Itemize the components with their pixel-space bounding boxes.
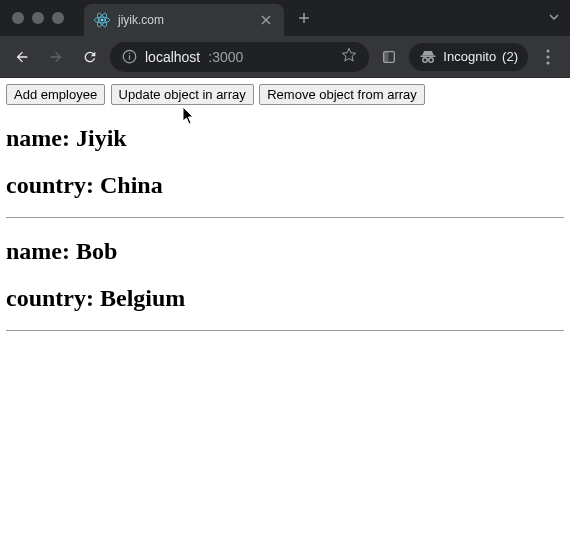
svg-rect-6 [129, 53, 130, 54]
incognito-indicator[interactable]: Incognito (2) [409, 43, 528, 71]
incognito-icon [419, 48, 437, 66]
svg-point-0 [101, 19, 104, 22]
employee-country: country: Belgium [6, 285, 564, 312]
site-info-icon[interactable] [122, 49, 137, 64]
url-port: :3000 [208, 49, 243, 65]
employee-name: name: Bob [6, 238, 564, 265]
window-maximize[interactable] [52, 12, 64, 24]
svg-rect-9 [421, 55, 436, 57]
reload-button[interactable] [76, 43, 104, 71]
add-employee-button[interactable]: Add employee [6, 84, 105, 105]
bookmark-star-icon[interactable] [341, 47, 357, 66]
browser-menu-icon[interactable] [534, 43, 562, 71]
svg-rect-8 [384, 51, 389, 62]
window-minimize[interactable] [32, 12, 44, 24]
mouse-cursor-icon [182, 106, 196, 126]
incognito-count: (2) [502, 49, 518, 64]
svg-point-14 [546, 61, 549, 64]
react-favicon-icon [94, 12, 110, 28]
svg-point-10 [423, 57, 428, 62]
svg-point-13 [546, 55, 549, 58]
employee-block: name: Jiyikcountry: China [6, 125, 564, 218]
incognito-label: Incognito [443, 49, 496, 64]
tab-strip: jiyik.com [0, 0, 570, 36]
reading-list-icon[interactable] [375, 43, 403, 71]
window-close[interactable] [12, 12, 24, 24]
tab-title: jiyik.com [118, 13, 250, 27]
url-host: localhost [145, 49, 200, 65]
update-object-button[interactable]: Update object in array [111, 84, 254, 105]
forward-button[interactable] [42, 43, 70, 71]
svg-rect-5 [129, 55, 130, 59]
tabs-container: jiyik.com [84, 0, 318, 36]
svg-point-11 [429, 57, 434, 62]
tab-active[interactable]: jiyik.com [84, 4, 284, 36]
tab-list-dropdown-icon[interactable] [548, 9, 560, 27]
svg-point-12 [546, 49, 549, 52]
page-content: Add employee Update object in array Remo… [0, 78, 570, 337]
employee-block: name: Bobcountry: Belgium [6, 238, 564, 331]
remove-object-button[interactable]: Remove object from array [259, 84, 425, 105]
divider [6, 330, 564, 331]
new-tab-button[interactable] [290, 4, 318, 32]
tab-close-icon[interactable] [258, 12, 274, 28]
toolbar: localhost:3000 Incognito (2) [0, 36, 570, 78]
employee-name: name: Jiyik [6, 125, 564, 152]
address-bar[interactable]: localhost:3000 [110, 42, 369, 72]
window-controls [0, 12, 76, 24]
employee-country: country: China [6, 172, 564, 199]
back-button[interactable] [8, 43, 36, 71]
divider [6, 217, 564, 218]
